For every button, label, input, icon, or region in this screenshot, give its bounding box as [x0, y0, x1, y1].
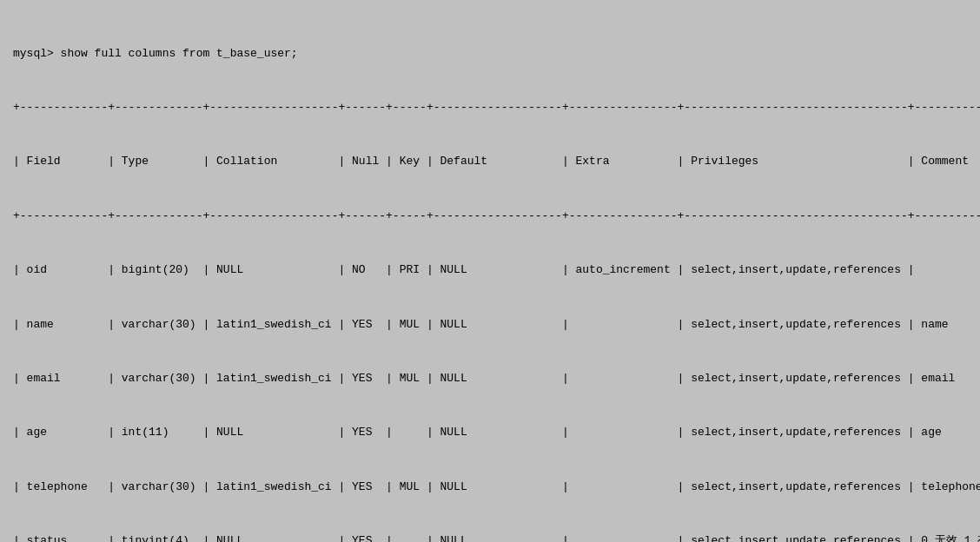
- separator-top: +-------------+-------------+-----------…: [13, 99, 967, 117]
- terminal-output: mysql> show full columns from t_base_use…: [13, 9, 967, 542]
- row-email: | email | varchar(30) | latin1_swedish_c…: [13, 370, 967, 388]
- command-line-1: mysql> show full columns from t_base_use…: [13, 45, 967, 63]
- table-header: | Field | Type | Collation | Null | Key …: [13, 153, 967, 171]
- row-name: | name | varchar(30) | latin1_swedish_ci…: [13, 316, 967, 334]
- row-oid: | oid | bigint(20) | NULL | NO | PRI | N…: [13, 261, 967, 280]
- row-age: | age | int(11) | NULL | YES | | NULL | …: [13, 424, 967, 442]
- row-telephone: | telephone | varchar(30) | latin1_swedi…: [13, 479, 967, 497]
- separator-header: +-------------+-------------+-----------…: [13, 208, 967, 226]
- row-status: | status | tinyint(4) | NULL | YES | | N…: [13, 532, 967, 542]
